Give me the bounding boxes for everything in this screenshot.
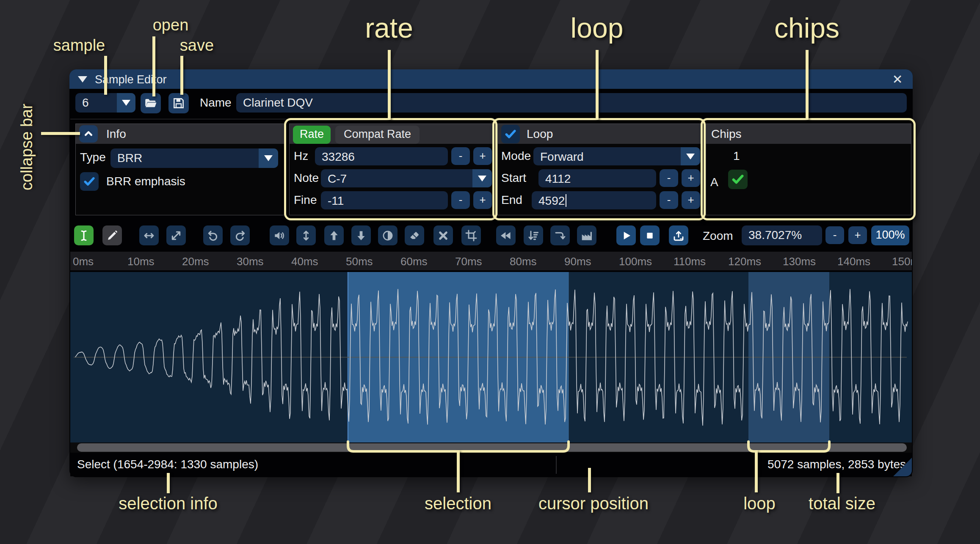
annotation-loop: loop [571,12,624,44]
callout-line-selection-info [167,473,170,493]
annotation-overlay [0,0,980,544]
annotation-selection: selection [425,494,491,513]
callout-line-save [180,56,183,95]
annotation-selection-info: selection info [119,494,217,513]
callout-line-sample [104,56,107,95]
callout-line-collapse-bar [41,132,80,135]
callout-line-selection [457,450,460,492]
callout-line-loop-bottom [755,450,758,492]
annotation-save: save [180,36,214,55]
callout-line-cursor-position [588,468,591,492]
annotation-sample: sample [53,36,105,55]
callout-line-rate [388,50,391,120]
annotation-chips: chips [774,12,839,44]
callout-line-open [152,36,155,96]
annotation-collapse-bar: collapse bar [18,80,36,190]
annotation-open: open [153,16,189,34]
annotation-cursor-position: cursor position [538,494,649,513]
callout-line-total-size [836,473,839,493]
loop-bracket [748,442,829,451]
annotation-loop-bottom: loop [743,494,776,513]
annotated-screenshot: Sample Editor ✕ 6 Name Clarinet DQV [0,0,980,544]
annotation-total-size: total size [809,494,875,513]
callout-line-loop [596,50,599,120]
annotation-rate: rate [365,12,413,44]
callout-line-chips [806,50,809,120]
